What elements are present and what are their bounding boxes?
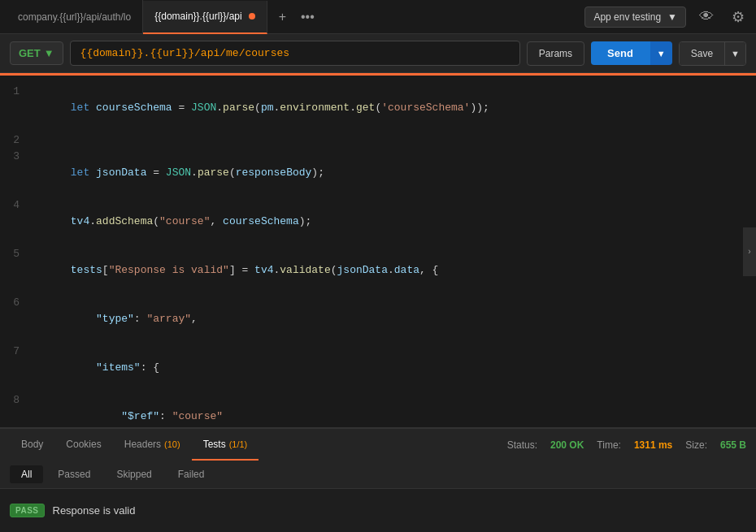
env-dropdown[interactable]: App env testing ▼ bbox=[584, 6, 686, 28]
code-line-4: 4 tv4.addSchema("course", courseSchema); bbox=[0, 197, 756, 246]
request-bar: GET ▼ {{domain}}.{{url}}/api/me/courses … bbox=[0, 34, 756, 73]
tab-actions: + ••• bbox=[274, 6, 319, 28]
code-line-3: 3 let jsonData = JSON.parse(responseBody… bbox=[0, 149, 756, 197]
tab-body-label: Body bbox=[21, 439, 43, 450]
line-content-8: "$ref": "course" bbox=[33, 392, 756, 427]
filter-all-button[interactable]: All bbox=[10, 465, 43, 483]
line-number-4: 4 bbox=[0, 197, 33, 214]
more-tabs-button[interactable]: ••• bbox=[296, 6, 319, 28]
line-content-5: tests["Response is valid"] = tv4.validat… bbox=[33, 246, 756, 295]
test-results: PASS Response is valid bbox=[0, 489, 756, 532]
tab-cookies[interactable]: Cookies bbox=[54, 429, 112, 461]
method-selector[interactable]: GET ▼ bbox=[10, 41, 63, 65]
tests-badge: (1/1) bbox=[229, 439, 248, 449]
filter-skipped-button[interactable]: Skipped bbox=[105, 465, 163, 483]
collapse-panel-button[interactable]: › bbox=[743, 227, 756, 276]
tab-tests[interactable]: Tests (1/1) bbox=[192, 429, 259, 461]
code-line-8: 8 "$ref": "course" bbox=[0, 392, 756, 427]
line-content-1: let courseSchema = JSON.parse(pm.environ… bbox=[33, 84, 756, 132]
status-value: 200 OK bbox=[550, 439, 584, 451]
line-number-3: 3 bbox=[0, 149, 33, 165]
params-button[interactable]: Params bbox=[527, 41, 584, 66]
filter-passed-button[interactable]: Passed bbox=[46, 465, 102, 483]
send-group: Send ▼ bbox=[591, 41, 672, 65]
tab-2-label: {{domain}}.{{url}}/api bbox=[154, 11, 241, 22]
tab-tests-label: Tests bbox=[203, 439, 226, 450]
headers-badge: (10) bbox=[164, 439, 180, 449]
method-chevron-icon: ▼ bbox=[44, 47, 54, 59]
send-button[interactable]: Send bbox=[591, 41, 650, 65]
line-content-3: let jsonData = JSON.parse(responseBody); bbox=[33, 149, 756, 197]
test-item-name: Response is valid bbox=[53, 504, 136, 517]
line-content-6: "type": "array", bbox=[33, 295, 756, 344]
filter-failed-button[interactable]: Failed bbox=[167, 465, 216, 483]
line-number-5: 5 bbox=[0, 246, 33, 262]
line-number-6: 6 bbox=[0, 295, 33, 311]
tab-2-dot bbox=[249, 13, 255, 19]
line-content-2 bbox=[33, 132, 756, 149]
time-label: Time: bbox=[597, 439, 621, 451]
pass-badge: PASS bbox=[10, 504, 45, 517]
save-button[interactable]: Save bbox=[680, 42, 724, 65]
status-label: Status: bbox=[507, 439, 537, 451]
tab-1-label: company.{{url}}/api/auth/lo bbox=[18, 11, 131, 23]
tab-1[interactable]: company.{{url}}/api/auth/lo bbox=[7, 0, 143, 33]
tab-headers-label: Headers bbox=[124, 439, 161, 450]
code-line-2: 2 bbox=[0, 132, 756, 149]
status-info: Status: 200 OK Time: 1311 ms Size: 655 B bbox=[507, 439, 746, 451]
tab-cookies-label: Cookies bbox=[66, 439, 101, 450]
method-label: GET bbox=[19, 47, 41, 59]
tab-bar: company.{{url}}/api/auth/lo {{domain}}.{… bbox=[0, 0, 756, 34]
line-number-7: 7 bbox=[0, 344, 33, 360]
code-line-5: 5 tests["Response is valid"] = tv4.valid… bbox=[0, 246, 756, 295]
save-group: Save ▼ bbox=[679, 41, 746, 66]
save-dropdown-button[interactable]: ▼ bbox=[724, 42, 745, 65]
test-item-1: PASS Response is valid bbox=[10, 499, 746, 522]
line-content-7: "items": { bbox=[33, 344, 756, 392]
code-line-7: 7 "items": { bbox=[0, 344, 756, 392]
bottom-section: Body Cookies Headers (10) Tests (1/1) St… bbox=[0, 427, 756, 532]
tab-headers[interactable]: Headers (10) bbox=[113, 429, 192, 461]
size-label: Size: bbox=[685, 439, 707, 451]
env-label: App env testing bbox=[593, 11, 661, 23]
code-editor: 1 let courseSchema = JSON.parse(pm.envir… bbox=[0, 76, 756, 427]
line-number-8: 8 bbox=[0, 392, 33, 409]
time-value: 1311 ms bbox=[634, 439, 672, 451]
line-number-1: 1 bbox=[0, 84, 33, 100]
code-line-1: 1 let courseSchema = JSON.parse(pm.envir… bbox=[0, 84, 756, 132]
code-line-6: 6 "type": "array", bbox=[0, 295, 756, 344]
chevron-down-icon: ▼ bbox=[667, 11, 677, 23]
filter-bar: All Passed Skipped Failed bbox=[0, 461, 756, 489]
line-number-2: 2 bbox=[0, 132, 33, 149]
tab-body[interactable]: Body bbox=[10, 429, 54, 461]
env-selector: App env testing ▼ 👁 ⚙ bbox=[584, 5, 749, 29]
url-input[interactable]: {{domain}}.{{url}}/api/me/courses bbox=[70, 41, 520, 66]
settings-icon-button[interactable]: ⚙ bbox=[727, 5, 749, 29]
line-content-4: tv4.addSchema("course", courseSchema); bbox=[33, 197, 756, 246]
tab-2[interactable]: {{domain}}.{{url}}/api bbox=[143, 1, 267, 34]
response-tabs: Body Cookies Headers (10) Tests (1/1) St… bbox=[0, 428, 756, 461]
add-tab-button[interactable]: + bbox=[274, 6, 291, 28]
eye-icon-button[interactable]: 👁 bbox=[694, 5, 719, 28]
send-dropdown-button[interactable]: ▼ bbox=[650, 41, 672, 65]
size-value: 655 B bbox=[720, 439, 746, 451]
